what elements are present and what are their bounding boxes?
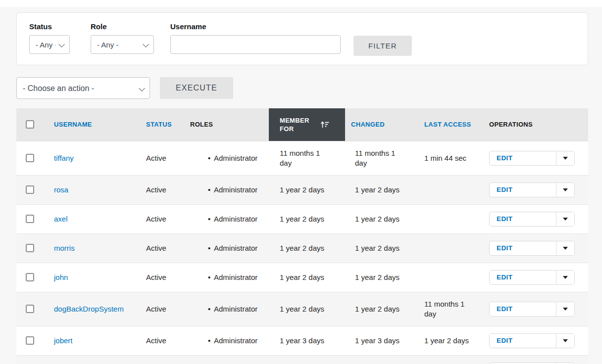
changed-cell: 1 year 3 days	[345, 326, 418, 355]
sort-ascending-icon	[320, 121, 329, 129]
row-select-checkbox[interactable]	[26, 185, 34, 194]
roles-cell: Administrator	[184, 355, 269, 364]
row-select-cell	[16, 233, 48, 263]
status-cell: Active	[140, 204, 184, 233]
member-for-cell: 1 year 2 days	[269, 292, 345, 326]
operations-cell: EDIT	[483, 292, 588, 326]
row-select-cell	[16, 204, 48, 233]
role-label: Administrator	[214, 244, 257, 252]
header-member-for: MEMBER FOR	[269, 108, 345, 141]
operations-dropdown-toggle[interactable]	[556, 151, 574, 165]
header-roles: ROLES	[184, 108, 269, 141]
action-select-wrap: - Choose an action -	[16, 77, 150, 99]
table-row: jPAdminB Active Administrator 1 year 3 d…	[16, 355, 588, 364]
caret-down-icon	[563, 218, 568, 221]
table-row: tiffany Active Administrator 11 months 1…	[16, 141, 588, 175]
table-row: rosa Active Administrator 1 year 2 days …	[16, 175, 588, 204]
username-label: Username	[170, 23, 341, 31]
changed-cell: 1 year 3 days	[345, 355, 418, 364]
row-select-cell	[16, 263, 48, 292]
edit-button[interactable]: EDIT	[490, 183, 556, 197]
filter-panel: Status - Any - Role - Any - Username FIL…	[16, 12, 588, 65]
role-select[interactable]: - Any -	[91, 35, 154, 54]
row-select-checkbox[interactable]	[26, 154, 34, 162]
member-for-cell: 1 year 2 days	[269, 175, 345, 204]
row-select-checkbox[interactable]	[26, 244, 34, 252]
role-select-wrap: - Any -	[91, 35, 154, 54]
row-select-cell	[16, 355, 48, 364]
status-cell: Active	[140, 141, 184, 175]
select-all-checkbox[interactable]	[26, 120, 34, 129]
filter-button[interactable]: FILTER	[353, 36, 412, 56]
roles-cell: Administrator	[184, 141, 269, 175]
execute-button[interactable]: EXECUTE	[160, 77, 233, 99]
status-filter: Status - Any -	[29, 23, 70, 54]
role-filter: Role - Any -	[91, 23, 154, 54]
action-select[interactable]: - Choose an action -	[16, 77, 150, 99]
username-cell: john	[48, 263, 140, 292]
username-cell: axel	[48, 204, 140, 233]
caret-down-icon	[563, 339, 568, 342]
roles-cell: Administrator	[184, 326, 269, 355]
operations-cell: EDIT	[483, 326, 588, 355]
row-select-checkbox[interactable]	[26, 215, 34, 223]
username-link[interactable]: axel	[54, 215, 68, 223]
row-select-cell	[16, 141, 48, 175]
status-select-wrap: - Any -	[29, 35, 70, 54]
username-link[interactable]: dogBackDropSystem	[54, 305, 124, 313]
username-link[interactable]: rosa	[54, 185, 68, 194]
status-cell: Active	[140, 292, 184, 326]
header-changed: CHANGED	[345, 108, 418, 141]
role-label: Administrator	[214, 154, 257, 162]
sort-member-for-link[interactable]: MEMBER FOR	[280, 116, 339, 133]
sort-username-link[interactable]: USERNAME	[54, 121, 92, 128]
operations-dropdown-toggle[interactable]	[556, 334, 574, 348]
operations-dropdown-toggle[interactable]	[556, 271, 574, 284]
status-select[interactable]: - Any -	[29, 35, 70, 54]
row-select-checkbox[interactable]	[26, 273, 34, 281]
people-admin-page: Status - Any - Role - Any - Username FIL…	[0, 12, 588, 364]
changed-cell: 1 year 2 days	[345, 292, 418, 326]
username-link[interactable]: john	[54, 273, 68, 281]
operations-cell: EDIT	[483, 175, 588, 204]
role-label: Administrator	[214, 273, 257, 281]
last-access-cell: 1 year 1 day	[418, 355, 483, 364]
table-row: dogBackDropSystem Active Administrator 1…	[16, 292, 588, 326]
status-cell: Active	[140, 233, 184, 263]
operations-dropdown-toggle[interactable]	[556, 302, 574, 316]
status-cell: Active	[140, 326, 184, 355]
operations-dropdown-toggle[interactable]	[556, 212, 574, 226]
member-for-cell: 1 year 3 days	[269, 355, 345, 364]
row-select-checkbox[interactable]	[26, 305, 34, 313]
sort-last-access-link[interactable]: LAST ACCESS	[424, 121, 471, 128]
edit-button[interactable]: EDIT	[490, 241, 556, 255]
username-input[interactable]	[170, 35, 341, 54]
roles-cell: Administrator	[184, 233, 269, 263]
username-link[interactable]: jobert	[54, 336, 73, 345]
status-label: Status	[29, 23, 70, 31]
operations-cell: EDIT	[483, 263, 588, 292]
operations-split-button: EDIT	[489, 302, 575, 317]
status-cell: Active	[140, 263, 184, 292]
row-select-checkbox[interactable]	[26, 336, 34, 345]
edit-button[interactable]: EDIT	[490, 151, 556, 165]
sort-status-link[interactable]: STATUS	[146, 121, 172, 128]
operations-split-button: EDIT	[489, 241, 575, 256]
member-for-cell: 1 year 2 days	[269, 204, 345, 233]
last-access-cell	[418, 233, 483, 263]
row-select-cell	[16, 292, 48, 326]
operations-dropdown-toggle[interactable]	[556, 183, 574, 197]
edit-button[interactable]: EDIT	[490, 271, 556, 284]
edit-button[interactable]: EDIT	[490, 334, 556, 348]
sort-changed-link[interactable]: CHANGED	[351, 121, 385, 128]
username-cell: dogBackDropSystem	[48, 292, 140, 326]
header-status: STATUS	[140, 108, 184, 141]
username-cell: morris	[48, 233, 140, 263]
username-link[interactable]: tiffany	[54, 154, 74, 162]
username-link[interactable]: morris	[54, 244, 75, 252]
edit-button[interactable]: EDIT	[490, 302, 556, 316]
role-label: Administrator	[214, 336, 257, 345]
operations-cell: EDIT	[483, 233, 588, 263]
edit-button[interactable]: EDIT	[490, 212, 556, 226]
operations-dropdown-toggle[interactable]	[556, 241, 574, 255]
